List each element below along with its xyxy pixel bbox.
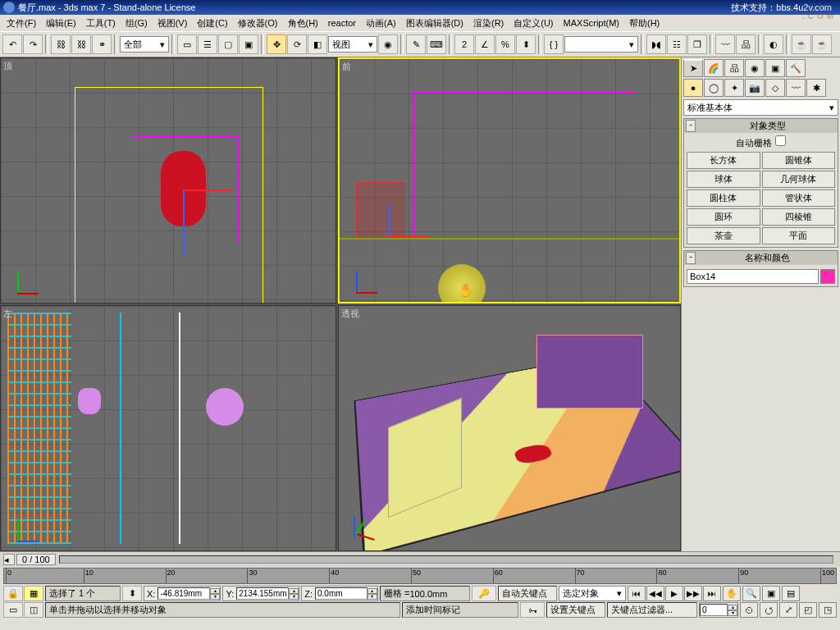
object-type-button[interactable]: 管状体 — [762, 189, 836, 207]
nav-orbit-button[interactable]: ⭯ — [760, 602, 778, 618]
timeslider-collapse[interactable]: ◂ — [3, 554, 15, 565]
menu-item[interactable]: reactor — [323, 17, 361, 29]
menu-item[interactable]: 渲染(R) — [468, 16, 509, 30]
add-time-tag[interactable]: 添加时间标记 — [402, 602, 518, 618]
menu-item[interactable]: MAXScript(M) — [559, 17, 624, 29]
redo-button[interactable]: ↷ — [23, 34, 43, 54]
play-button[interactable]: ▶ — [665, 586, 683, 601]
something-button[interactable]: ◫ — [24, 602, 43, 618]
select-name-button[interactable]: ☰ — [198, 34, 217, 54]
curve-editor-button[interactable]: 〰 — [715, 34, 735, 54]
quick-render-button[interactable]: ☕ — [812, 34, 832, 54]
goto-end-button[interactable]: ⏭ — [703, 586, 721, 601]
cat-geometry[interactable]: ● — [683, 79, 703, 97]
tab-utilities[interactable]: 🔨 — [786, 59, 806, 77]
prev-frame-button[interactable]: ◀◀ — [646, 586, 664, 601]
menu-item[interactable]: 组(G) — [121, 16, 153, 30]
tab-hierarchy[interactable]: 品 — [724, 59, 744, 77]
abs-rel-button[interactable]: ▦ — [24, 586, 43, 601]
y-input[interactable] — [236, 587, 289, 600]
viewport-front[interactable]: 前 ✋ — [338, 57, 681, 304]
scale-button[interactable]: ◧ — [308, 34, 327, 54]
tab-motion[interactable]: ◉ — [745, 59, 765, 77]
object-type-button[interactable]: 圆锥体 — [762, 152, 836, 169]
menu-item[interactable]: 动画(A) — [361, 16, 401, 30]
snap-2d-button[interactable]: 2 — [454, 34, 474, 54]
menu-item[interactable]: 工具(T) — [81, 16, 121, 30]
schematic-button[interactable]: 品 — [736, 34, 756, 54]
timeslider-track[interactable] — [59, 555, 833, 564]
cat-systems[interactable]: ✱ — [806, 79, 826, 97]
tab-display[interactable]: ▣ — [765, 59, 785, 77]
viewport-top[interactable]: 顶 — [0, 57, 336, 304]
nav-minmax-button[interactable]: ◳ — [819, 602, 837, 618]
xform-typein-button[interactable]: ⬍ — [122, 586, 142, 601]
select-rect-button[interactable]: ▢ — [218, 34, 238, 54]
link-button[interactable]: ⛓ — [51, 34, 71, 54]
unlink-button[interactable]: ⛓ — [71, 34, 91, 54]
selection-filter-combo[interactable]: 全部▾ — [120, 36, 169, 52]
named-sel-button[interactable]: { } — [544, 34, 564, 54]
snap-percent-button[interactable]: % — [495, 34, 515, 54]
snap-angle-button[interactable]: ∠ — [475, 34, 495, 54]
bind-button[interactable]: ⚭ — [92, 34, 112, 54]
object-type-button[interactable]: 球体 — [687, 171, 760, 188]
material-button[interactable]: ◐ — [764, 34, 783, 54]
nav-pan-button[interactable]: ✋ — [723, 586, 741, 601]
move-button[interactable]: ✥ — [267, 34, 286, 54]
z-input[interactable] — [315, 587, 368, 600]
nav-zoom-button[interactable]: 🔍 — [742, 586, 760, 601]
viewport-perspective[interactable]: 透视 — [338, 305, 681, 551]
key-filter-button[interactable]: 关键点过滤器... — [607, 602, 697, 618]
autogrid-check[interactable] — [775, 135, 786, 146]
object-type-button[interactable]: 茶壶 — [687, 227, 760, 244]
spinner-snap-button[interactable]: ⬍ — [516, 34, 536, 54]
selection-lock-button[interactable]: 🔒 — [3, 586, 23, 601]
timeline[interactable]: 0102030405060708090100 — [3, 568, 837, 584]
menu-item[interactable]: 编辑(E) — [41, 16, 81, 30]
viewport-left[interactable]: 左 — [0, 305, 336, 551]
align-button[interactable]: ☷ — [667, 34, 687, 54]
keyboard-button[interactable]: ⌨ — [427, 34, 446, 54]
menu-item[interactable]: 视图(V) — [153, 16, 193, 30]
next-frame-button[interactable]: ▶▶ — [684, 586, 702, 601]
select-button[interactable]: ▭ — [177, 34, 197, 54]
primitive-combo[interactable]: 标准基本体▾ — [683, 99, 838, 116]
object-type-button[interactable]: 圆环 — [687, 208, 760, 226]
color-swatch[interactable] — [820, 269, 835, 284]
isolate-button[interactable]: ▭ — [3, 602, 23, 618]
autokey-button[interactable]: 自动关键点 — [498, 586, 557, 601]
tab-modify[interactable]: 🌈 — [704, 59, 724, 77]
undo-button[interactable]: ↶ — [2, 34, 22, 54]
nav-fov-button[interactable]: ▤ — [782, 586, 800, 601]
key-big-button[interactable]: 🗝 — [520, 602, 545, 618]
object-type-button[interactable]: 几何球体 — [762, 171, 836, 188]
cat-helpers[interactable]: ◇ — [765, 79, 785, 97]
object-type-button[interactable]: 平面 — [762, 227, 836, 244]
mirror-button[interactable]: ◗◖ — [646, 34, 666, 54]
menu-item[interactable]: 创建(C) — [192, 16, 232, 30]
menu-item[interactable]: 帮助(H) — [624, 16, 664, 30]
cat-cameras[interactable]: 📷 — [745, 79, 765, 97]
nav-zoomext-button[interactable]: ▣ — [762, 586, 780, 601]
setkey-button[interactable]: 设置关键点 — [546, 602, 605, 618]
object-type-button[interactable]: 圆柱体 — [687, 189, 760, 207]
cat-shapes[interactable]: ◯ — [704, 79, 724, 97]
menu-item[interactable]: 角色(H) — [283, 16, 323, 30]
menu-item[interactable]: 自定义(U) — [509, 16, 558, 30]
nav-maxview-button[interactable]: ◰ — [799, 602, 817, 618]
layer-button[interactable]: ❐ — [687, 34, 707, 54]
ref-coord-combo[interactable]: 视图▾ — [328, 36, 377, 52]
time-config-button[interactable]: ⏲ — [740, 602, 758, 618]
x-input[interactable] — [158, 587, 210, 600]
tab-create[interactable]: ➤ — [683, 59, 703, 77]
render-scene-button[interactable]: ☕ — [792, 34, 811, 54]
timeslider-frame[interactable]: 0 / 100 — [16, 554, 56, 565]
object-type-button[interactable]: 长方体 — [687, 152, 760, 169]
goto-start-button[interactable]: ⏮ — [628, 586, 646, 601]
rotate-button[interactable]: ⟳ — [287, 34, 307, 54]
window-crossing-button[interactable]: ▣ — [239, 34, 258, 54]
key-icon-button[interactable]: 🔑 — [472, 586, 496, 601]
key-target-combo[interactable]: 选定对象▾ — [559, 586, 626, 601]
cat-spacewarps[interactable]: 〰 — [786, 79, 806, 97]
